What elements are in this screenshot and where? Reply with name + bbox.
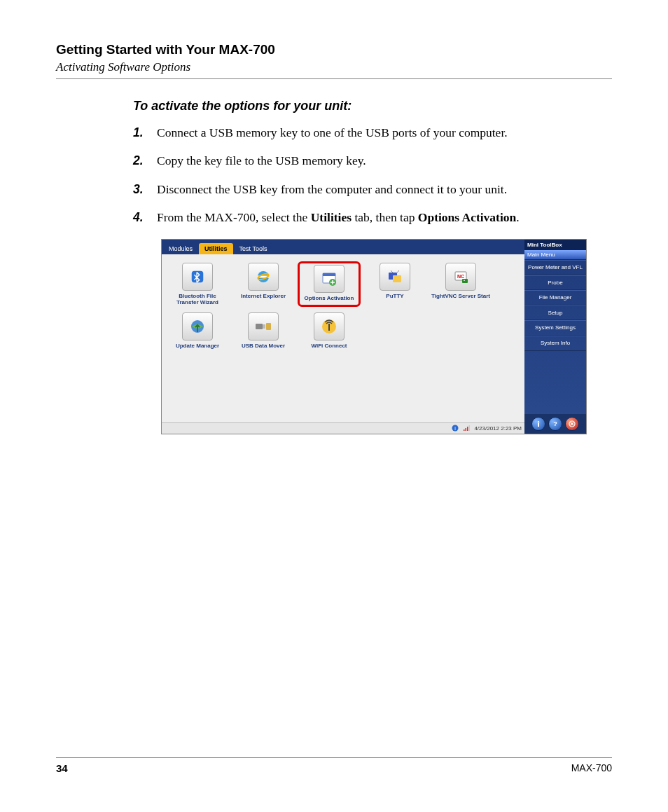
procedure-title: To activate the options for your unit:	[133, 99, 612, 113]
util-options-activation[interactable]: Options Activation	[298, 261, 361, 307]
step-text: tab, then tap	[352, 210, 418, 224]
svg-rect-23	[538, 423, 539, 427]
page-header: Getting Started with Your MAX-700 Activa…	[56, 42, 612, 79]
util-label: WiFi Connect	[311, 343, 347, 349]
svg-rect-14	[266, 323, 271, 330]
util-wifi-connect[interactable]: WiFi Connect	[298, 311, 361, 350]
ie-icon	[248, 263, 279, 291]
status-datetime: 4/23/2012 2:23 PM	[474, 425, 522, 432]
svg-text:?: ?	[553, 420, 557, 427]
sidebar-title: Mini ToolBox	[524, 240, 586, 250]
section-subtitle: Activating Software Options	[56, 60, 612, 74]
svg-point-22	[538, 421, 539, 422]
tab-modules[interactable]: Modules	[163, 243, 198, 254]
svg-rect-4	[323, 273, 335, 276]
update-icon	[182, 312, 213, 340]
chapter-title: Getting Started with Your MAX-700	[56, 42, 612, 57]
sidebar-bottom-buttons: ?	[524, 414, 586, 434]
svg-rect-12	[256, 324, 263, 329]
util-label: PuTTY	[386, 293, 403, 299]
sidebar: Mini ToolBox Main Menu Power Meter and V…	[524, 240, 586, 434]
status-bar: i 4/23/2012 2:23 PM	[162, 422, 524, 434]
bluetooth-icon	[182, 263, 213, 291]
content-body: To activate the options for your unit: C…	[133, 99, 612, 434]
util-label: Options Activation	[305, 295, 354, 301]
putty-icon	[380, 263, 410, 291]
util-update-manager[interactable]: Update Manager	[166, 311, 229, 350]
page-footer: 34 MAX-700	[56, 757, 612, 774]
step-text: Copy the key file to the USB memory key.	[157, 153, 366, 167]
usb-icon	[248, 312, 279, 340]
signal-icon	[463, 425, 470, 433]
step-text: From the MAX-700, select the	[157, 210, 311, 224]
step-bold: Options Activation	[418, 210, 517, 224]
close-button[interactable]	[565, 417, 579, 431]
util-label: Bluetooth File Transfer Wizard	[167, 293, 228, 305]
sidebar-item-probe[interactable]: Probe	[524, 275, 586, 291]
product-name: MAX-700	[571, 762, 612, 774]
step-bold: Utilities	[311, 210, 352, 224]
wifi-icon	[314, 312, 345, 340]
sidebar-item-system-settings[interactable]: System Settings	[524, 320, 586, 336]
step-1: Connect a USB memory key to one of the U…	[133, 123, 612, 142]
vnc-icon: NC	[445, 263, 476, 291]
sidebar-item-setup[interactable]: Setup	[524, 305, 586, 321]
sidebar-item-file-manager[interactable]: File Manager	[524, 290, 586, 305]
util-label: Update Manager	[176, 343, 219, 349]
step-3: Disconnect the USB key from the computer…	[133, 180, 612, 198]
util-ie[interactable]: Internet Explorer	[232, 261, 295, 307]
util-label: Internet Explorer	[241, 293, 286, 299]
util-tightvnc[interactable]: NC TightVNC Server Start	[429, 261, 492, 307]
svg-rect-19	[466, 428, 467, 431]
sidebar-spacer	[524, 351, 586, 414]
svg-rect-7	[393, 275, 401, 282]
help-button[interactable]: ?	[548, 417, 562, 431]
util-label: TightVNC Server Start	[431, 293, 490, 299]
tab-bar: Modules Utilities Test Tools	[162, 240, 524, 254]
tab-test-tools[interactable]: Test Tools	[234, 243, 273, 254]
util-usb-data-mover[interactable]: USB Data Mover	[232, 311, 295, 350]
options-activation-icon	[314, 265, 345, 293]
svg-rect-18	[464, 429, 465, 431]
embedded-screenshot: Modules Utilities Test Tools Bluetooth F…	[161, 239, 587, 434]
util-label: USB Data Mover	[242, 343, 285, 349]
svg-rect-21	[469, 425, 471, 431]
util-putty[interactable]: PuTTY	[363, 261, 426, 307]
header-rule	[56, 78, 612, 79]
screenshot-main: Modules Utilities Test Tools Bluetooth F…	[162, 240, 524, 434]
step-list: Connect a USB memory key to one of the U…	[133, 123, 612, 226]
step-text: Connect a USB memory key to one of the U…	[157, 125, 508, 139]
step-text: Disconnect the USB key from the computer…	[157, 182, 507, 196]
svg-rect-13	[263, 324, 265, 329]
sidebar-item-power-meter[interactable]: Power Meter and VFL	[524, 260, 586, 275]
svg-rect-20	[467, 427, 468, 431]
sidebar-header: Main Menu	[524, 250, 586, 260]
utilities-grid: Bluetooth File Transfer Wizard Internet …	[162, 254, 524, 422]
sidebar-item-system-info[interactable]: System Info	[524, 336, 586, 351]
util-bluetooth[interactable]: Bluetooth File Transfer Wizard	[166, 261, 229, 307]
svg-text:NC: NC	[457, 274, 464, 279]
info-status-icon: i	[452, 425, 459, 433]
step-text: .	[516, 210, 519, 224]
info-button[interactable]	[531, 417, 545, 431]
page-number: 34	[56, 762, 68, 774]
tab-utilities[interactable]: Utilities	[199, 243, 233, 254]
footer-rule	[56, 757, 612, 758]
step-2: Copy the key file to the USB memory key.	[133, 151, 612, 170]
step-4: From the MAX-700, select the Utilities t…	[133, 208, 612, 226]
